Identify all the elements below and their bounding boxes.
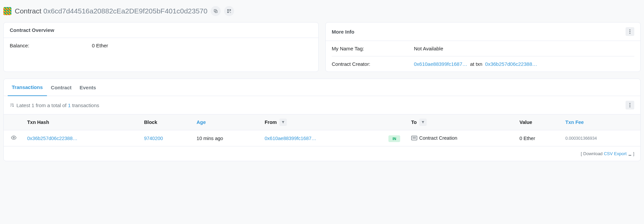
document-icon (411, 136, 417, 140)
col-eye (4, 115, 24, 130)
balance-label: Balance: (10, 43, 92, 48)
eye-icon (11, 135, 16, 140)
col-from: From (261, 115, 381, 130)
col-value: Value (516, 115, 562, 130)
svg-rect-3 (230, 9, 231, 11)
fee-cell: 0.000301366934 (562, 130, 640, 146)
page-title: Contract 0x6cd7d44516a20882cEa2DE9f205bF… (15, 7, 207, 15)
balance-row: Balance: 0 Ether (10, 38, 312, 53)
overview-title: Contract Overview (10, 27, 54, 33)
tab-transactions[interactable]: Transactions (8, 79, 47, 96)
svg-rect-5 (230, 11, 230, 12)
table-row: 0x36b257d06c22388… 9740200 10 mins ago 0… (4, 130, 640, 146)
svg-rect-4 (227, 11, 229, 13)
value-cell: 0 Ether (516, 130, 562, 146)
nametag-label: My Name Tag: (332, 46, 414, 51)
creator-label: Contract Creator: (332, 61, 414, 67)
qr-icon (227, 9, 231, 13)
dots-vertical-icon (629, 29, 631, 34)
col-txn-fee[interactable]: Txn Fee (562, 115, 640, 130)
at-txn-text: at txn (470, 61, 482, 67)
download-icon (628, 152, 632, 156)
txn-hash-link[interactable]: 0x36b257d06c22388… (27, 136, 77, 141)
creator-txn-link[interactable]: 0x36b257d06c22388… (485, 61, 537, 67)
tab-contract[interactable]: Contract (47, 79, 76, 96)
transactions-table: Txn Hash Block Age From To Value (4, 114, 640, 146)
svg-point-11 (630, 105, 631, 106)
tx-menu-button[interactable] (626, 101, 634, 109)
transactions-panel: Transactions Contract Events Latest 1 fr… (3, 79, 641, 161)
nametag-value: Not Available (414, 46, 634, 51)
tx-count-info: Latest 1 from a total of 1 transactions (10, 102, 99, 108)
svg-point-7 (630, 30, 631, 31)
overview-spacer (10, 53, 312, 63)
copy-icon (213, 9, 218, 13)
svg-rect-6 (230, 12, 231, 13)
svg-point-12 (630, 106, 631, 107)
page-header: Contract 0x6cd7d44516a20882cEa2DE9f205bF… (3, 3, 641, 22)
tabs: Transactions Contract Events (4, 79, 640, 96)
sort-icon (10, 103, 14, 107)
nametag-row: My Name Tag: Not Available (332, 41, 634, 56)
svg-point-10 (630, 103, 631, 104)
filter-icon (281, 121, 285, 124)
contract-overview-card: Contract Overview Balance: 0 Ether (3, 22, 319, 72)
col-direction (381, 115, 408, 130)
direction-badge: IN (388, 135, 400, 142)
view-details-button[interactable] (11, 136, 16, 141)
svg-point-9 (630, 33, 631, 34)
svg-rect-2 (227, 9, 229, 11)
creator-address-link[interactable]: 0x610ae88399fc1687… (414, 61, 467, 67)
col-txn-hash: Txn Hash (24, 115, 141, 130)
download-suffix: ] (632, 151, 634, 156)
moreinfo-title: More Info (332, 29, 355, 35)
table-footer: [ Download CSV Export ] (4, 146, 640, 161)
contract-identicon (3, 7, 11, 15)
dots-vertical-icon (629, 103, 631, 107)
filter-icon (421, 121, 425, 124)
svg-point-13 (13, 137, 14, 138)
col-to: To (408, 115, 516, 130)
more-info-card: More Info My Name Tag: Not Available Con… (325, 22, 641, 72)
age-value: 10 mins ago (193, 130, 261, 146)
contract-address: 0x6cd7d44516a20882cEa2DE9f205bF401c0d235… (43, 7, 207, 15)
to-value: Contract Creation (411, 135, 458, 141)
col-age[interactable]: Age (193, 115, 261, 130)
copy-button[interactable] (211, 6, 221, 16)
from-address-link[interactable]: 0x610ae88399fc1687… (265, 136, 316, 141)
tx-info-prefix: Latest 1 from a total of (16, 102, 68, 108)
block-link[interactable]: 9740200 (144, 136, 163, 141)
to-filter-button[interactable] (419, 119, 427, 126)
csv-export-link[interactable]: CSV Export (604, 151, 632, 156)
from-filter-button[interactable] (279, 119, 287, 126)
more-info-menu-button[interactable] (626, 27, 634, 36)
balance-value: 0 Ether (92, 43, 312, 48)
qr-button[interactable] (224, 6, 234, 16)
creator-row: Contract Creator: 0x610ae88399fc1687… at… (332, 56, 634, 72)
col-block: Block (141, 115, 193, 130)
page-title-label: Contract (15, 7, 41, 15)
tx-count-link[interactable]: 1 (68, 102, 70, 108)
tab-events[interactable]: Events (75, 79, 100, 96)
tx-info-suffix: transactions (71, 102, 99, 108)
download-prefix: [ Download (581, 151, 604, 156)
svg-point-8 (630, 31, 631, 32)
